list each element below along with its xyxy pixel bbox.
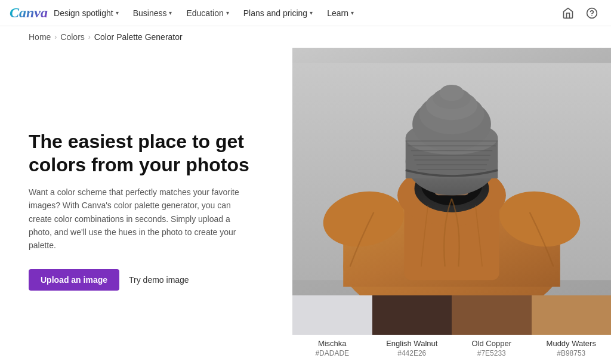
breadcrumb-home[interactable]: Home <box>29 32 51 42</box>
nav-education[interactable]: Education ▾ <box>180 5 234 21</box>
person-illustration <box>292 48 611 295</box>
breadcrumb-separator-2: › <box>88 33 91 41</box>
swatch-name: Old Copper <box>472 339 511 348</box>
swatch-name: Mischka <box>318 339 347 348</box>
breadcrumb-current: Color Palette Generator <box>94 32 183 42</box>
try-demo-button[interactable]: Try demo image <box>129 275 189 285</box>
swatch-hex: #7E5233 <box>477 349 506 357</box>
hero-description: Want a color scheme that perfectly match… <box>29 186 255 252</box>
nav-right <box>558 4 601 23</box>
nav-learn-label: Learn <box>327 8 348 18</box>
nav-business[interactable]: Business ▾ <box>127 5 178 21</box>
demo-image <box>292 48 611 295</box>
breadcrumb: Home › Colors › Color Palette Generator <box>0 26 611 48</box>
color-swatch: Muddy Waters#B98753 <box>532 295 612 361</box>
home-icon <box>562 7 574 19</box>
nav-learn[interactable]: Learn ▾ <box>321 5 360 21</box>
left-panel: The easiest place to get colors from you… <box>0 48 292 361</box>
color-palette: Mischka#DADADEEnglish Walnut#442E26Old C… <box>292 295 611 361</box>
swatch-hex: #B98753 <box>557 349 585 357</box>
chevron-down-icon: ▾ <box>226 10 229 16</box>
chevron-down-icon: ▾ <box>310 10 313 16</box>
swatch-name: Muddy Waters <box>547 339 596 348</box>
chevron-down-icon: ▾ <box>116 10 119 16</box>
chevron-down-icon: ▾ <box>169 10 172 16</box>
swatch-color-block <box>532 295 612 335</box>
hero-title: The easiest place to get colors from you… <box>29 130 264 176</box>
nav-design-spotlight-label: Design spotlight <box>54 8 113 18</box>
color-swatch: English Walnut#442E26 <box>372 295 452 361</box>
breadcrumb-separator-1: › <box>54 33 57 41</box>
swatch-info: English Walnut#442E26 <box>372 335 452 361</box>
swatch-hex: #442E26 <box>397 349 426 357</box>
chevron-down-icon: ▾ <box>351 10 354 16</box>
nav-items: Design spotlight ▾ Business ▾ Education … <box>48 5 558 21</box>
breadcrumb-colors[interactable]: Colors <box>60 32 84 42</box>
main-content: The easiest place to get colors from you… <box>0 48 611 361</box>
right-panel: Mischka#DADADEEnglish Walnut#442E26Old C… <box>292 48 611 361</box>
swatch-info: Muddy Waters#B98753 <box>532 335 612 361</box>
nav-design-spotlight[interactable]: Design spotlight ▾ <box>48 5 125 21</box>
nav-plans-pricing[interactable]: Plans and pricing ▾ <box>237 5 319 21</box>
swatch-name: English Walnut <box>386 339 437 348</box>
help-icon-button[interactable] <box>582 4 601 23</box>
nav-plans-pricing-label: Plans and pricing <box>243 8 307 18</box>
upload-image-button[interactable]: Upload an image <box>29 269 119 291</box>
canva-logo[interactable]: Canva <box>10 5 48 21</box>
nav-business-label: Business <box>133 8 167 18</box>
swatch-color-block <box>452 295 532 335</box>
swatch-info: Mischka#DADADE <box>292 335 372 361</box>
swatch-hex: #DADADE <box>315 349 349 357</box>
swatch-color-block <box>372 295 452 335</box>
cta-row: Upload an image Try demo image <box>29 269 264 291</box>
home-icon-button[interactable] <box>558 4 578 23</box>
navbar: Canva Design spotlight ▾ Business ▾ Educ… <box>0 0 611 26</box>
nav-education-label: Education <box>186 8 223 18</box>
help-icon <box>586 7 598 19</box>
color-swatch: Old Copper#7E5233 <box>452 295 532 361</box>
svg-point-19 <box>440 85 464 101</box>
image-area <box>292 48 611 295</box>
swatch-color-block <box>292 295 372 335</box>
color-swatch: Mischka#DADADE <box>292 295 372 361</box>
swatch-info: Old Copper#7E5233 <box>452 335 532 361</box>
